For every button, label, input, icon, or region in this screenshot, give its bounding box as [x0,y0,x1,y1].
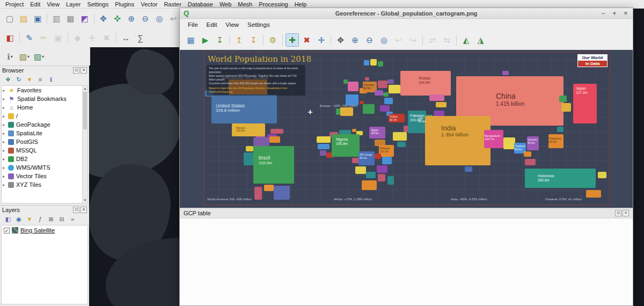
show-layout-manager-button[interactable]: ▦ [64,12,77,25]
browser-item-home[interactable]: ▸⌂Home [2,103,82,112]
scroll-up-icon[interactable]: ▲ [83,86,87,91]
project-new-button[interactable]: ▢ [3,12,16,25]
expand-all-button[interactable]: ⊞ [46,215,56,223]
layers-close-button[interactable]: ✕ [80,207,87,213]
style-manager-button[interactable]: ◩ [78,12,91,25]
menu-edit[interactable]: Edit [27,1,43,8]
start-georeferencing-button[interactable]: ▶ [199,33,212,47]
zoom-out-button[interactable]: ⊖ [139,12,152,25]
zoom-next-button[interactable]: ↪ [406,33,420,47]
scroll-thumb[interactable] [83,92,87,129]
pan-map-button[interactable]: ✥ [97,12,110,25]
pan-to-selection-button[interactable]: ✜ [111,12,124,25]
browser-item-db2[interactable]: ▸DB2 [2,155,82,163]
filter-by-expression-button[interactable]: ƒ [35,215,45,223]
link-qgis-to-georeferencer-button[interactable]: ⇆ [440,33,453,47]
dropdown-arrow-icon[interactable]: ▾ [11,54,13,59]
menu-help[interactable]: Help [291,1,310,8]
expand-arrow-icon[interactable]: ▸ [3,148,8,153]
zoom-in-button[interactable]: ⊕ [348,33,362,47]
browser-item-geopackage[interactable]: ▸GeoPackage [2,120,82,129]
expand-arrow-icon[interactable]: ▸ [3,183,8,187]
layers-float-button[interactable]: ⊡ [73,207,79,213]
browser-collapse-all-button[interactable]: ≡ [35,75,45,84]
browser-add-layers-button[interactable]: ❖ [3,75,13,84]
map-themes-button[interactable]: ◉ [14,215,24,223]
identify-features-button[interactable]: ℹ▾ [3,50,17,63]
vertex-tool-button[interactable]: ✛ [85,31,99,45]
browser-item-item[interactable]: ▸/ [2,112,82,120]
add-point-button[interactable]: ✚ [286,33,299,47]
move-gcp-point-button[interactable]: ✛ [314,33,328,47]
menu-raster[interactable]: Raster [160,1,184,8]
load-gcp-points-button[interactable]: ↥ [232,33,246,47]
expand-arrow-icon[interactable]: ▸ [3,140,8,144]
menu-edit[interactable]: Edit [202,21,222,28]
menu-settings[interactable]: Settings [243,21,274,28]
zoom-to-layer-button[interactable]: ◎ [377,33,391,47]
browser-close-button[interactable]: ✕ [80,67,87,74]
menu-project[interactable]: Project [2,1,27,8]
expand-arrow-icon[interactable]: ▸ [3,105,8,110]
browser-item-postgis[interactable]: ▸PostGIS [2,137,82,146]
menu-file[interactable]: File [184,21,202,28]
select-features-button[interactable]: ▧▾ [18,50,31,63]
full-histogram-stretch-button[interactable]: ◭ [459,33,473,47]
cartogram-image[interactable]: World Population in 2018 The size of eac… [203,52,610,205]
layer-visibility-checkbox[interactable]: ✓ [4,228,10,234]
zoom-full-button[interactable]: ◎ [153,12,166,25]
menu-view[interactable]: View [43,1,63,8]
link-georeferencer-to-qgis-button[interactable]: ⇄ [426,33,439,47]
zoom-out-button[interactable]: ⊖ [363,33,376,47]
georeferencer-canvas[interactable]: World Population in 2018 The size of eac… [180,50,633,208]
browser-item-vector-tiles[interactable]: ▸Vector Tiles [2,172,82,180]
menu-processing[interactable]: Processing [255,1,291,8]
new-print-layout-button[interactable]: ▥ [50,12,63,25]
layers-overflow-button[interactable]: » [68,215,77,223]
project-save-button[interactable]: ▣ [31,12,44,25]
delete-point-button[interactable]: ✖ [300,33,313,47]
generate-gdal-script-button[interactable]: ↧ [213,33,226,47]
delete-selected-button[interactable]: ✖ [100,31,113,45]
browser-item-spatialite[interactable]: ▸SpatiaLite [2,129,82,137]
save-gcp-points-button[interactable]: ↧ [247,33,260,47]
field-calculator-button[interactable]: ∑ [134,31,147,45]
georeferencer-titlebar[interactable]: Q Georeferencer - Global_population_cart… [180,8,633,19]
select-by-value-button[interactable]: ▨▾ [32,50,46,63]
menu-vector[interactable]: Vector [137,1,160,8]
measure-line-button[interactable]: ↔ [119,31,133,45]
project-open-button[interactable]: ▤ [17,12,30,25]
minimize-button[interactable]: − [600,9,606,18]
browser-scrollbar[interactable]: ▲ ▼ [82,85,88,203]
gcp-float-button[interactable]: ⊡ [615,210,621,216]
expand-arrow-icon[interactable]: ▸ [3,114,8,119]
expand-arrow-icon[interactable]: ▸ [3,165,8,170]
collapse-all-button[interactable]: ⊟ [57,215,67,223]
filter-legend-button[interactable]: ▼ [25,215,34,223]
layer-styling-button[interactable]: ◧ [3,215,13,223]
menu-view[interactable]: View [221,21,243,28]
zoom-last-button[interactable]: ↩ [392,33,405,47]
expand-arrow-icon[interactable]: ▸ [3,157,8,162]
expand-arrow-icon[interactable]: ▸ [3,174,8,179]
menu-web[interactable]: Web [216,1,235,8]
toggle-editing-button[interactable]: ✏ [37,31,50,45]
local-histogram-stretch-button[interactable]: ◮ [474,33,487,47]
browser-refresh-button[interactable]: ↻ [14,75,24,84]
close-button[interactable]: × [623,9,629,18]
menu-mesh[interactable]: Mesh [235,1,255,8]
expand-arrow-icon[interactable]: ▸ [3,88,8,93]
zoom-in-button[interactable]: ⊕ [125,12,138,25]
menu-settings[interactable]: Settings [84,1,112,8]
browser-item-favorites[interactable]: ▸★Favorites [2,86,82,94]
browser-properties-button[interactable]: ℹ [46,75,56,84]
layer-row-bing-satellite[interactable]: ✓ Bing Satellite [2,225,87,235]
gcp-table-body[interactable] [180,218,633,305]
add-feature-button[interactable]: ◆ [71,31,84,45]
browser-float-button[interactable]: ⊡ [73,67,79,74]
expand-arrow-icon[interactable]: ▸ [3,97,8,101]
dropdown-arrow-icon[interactable]: ▾ [42,54,44,59]
gcp-close-button[interactable]: ✕ [623,210,629,216]
browser-item-mssql[interactable]: ▸MSSQL [2,146,82,155]
transformation-settings-button[interactable]: ⚙ [266,33,280,47]
